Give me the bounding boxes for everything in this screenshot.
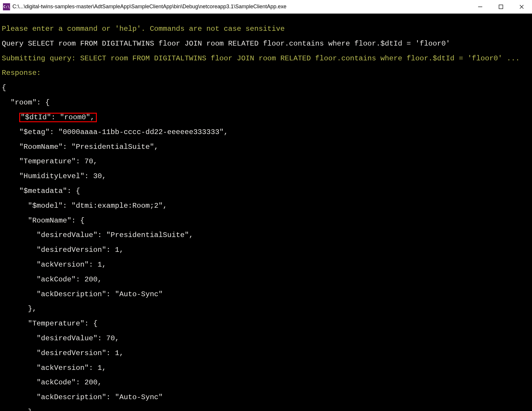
app-icon: C:\	[3, 3, 10, 10]
json-line: "$model": "dtmi:example:Room;2",	[0, 201, 532, 211]
close-button[interactable]	[511, 0, 532, 13]
json-line: "ackVersion": 1,	[0, 260, 532, 270]
json-line: "ackVersion": 1,	[0, 363, 532, 373]
json-line: "ackCode": 200,	[0, 378, 532, 387]
svg-rect-1	[499, 5, 503, 9]
window-controls	[470, 0, 532, 13]
maximize-button[interactable]	[491, 0, 511, 13]
highlight-box: "$dtId": "room0",	[19, 113, 97, 122]
json-line: "ackCode": 200,	[0, 275, 532, 284]
json-line: {	[0, 83, 532, 93]
json-line: "$etag": "0000aaaa-11bb-cccc-dd22-eeeeee…	[0, 128, 532, 137]
json-line: },	[0, 407, 532, 411]
json-line: "HumidityLevel": 30,	[0, 172, 532, 181]
json-line: },	[0, 304, 532, 314]
json-line: "Temperature": {	[0, 319, 532, 328]
window-titlebar: C:\ C:\...\digital-twins-samples-master\…	[0, 0, 532, 14]
json-line: "desiredVersion": 1,	[0, 245, 532, 255]
json-line: "desiredVersion": 1,	[0, 349, 532, 358]
json-line: "ackDescription": "Auto-Sync"	[0, 393, 532, 402]
json-line: "RoomName": "PresidentialSuite",	[0, 142, 532, 152]
json-line: "ackDescription": "Auto-Sync"	[0, 290, 532, 299]
json-line: "desiredValue": "PresidentialSuite",	[0, 231, 532, 240]
prompt-help-line: Please enter a command or 'help'. Comman…	[0, 24, 532, 34]
minimize-button[interactable]	[470, 0, 491, 13]
window-title: C:\...\digital-twins-samples-master\AdtS…	[12, 4, 470, 10]
submitting-line: Submitting query: SELECT room FROM DIGIT…	[0, 54, 532, 63]
response-label: Response:	[0, 68, 532, 78]
query-echo-line: Query SELECT room FROM DIGITALTWINS floo…	[0, 39, 532, 49]
json-line: "Temperature": 70,	[0, 157, 532, 166]
terminal-output[interactable]: Please enter a command or 'help'. Comman…	[0, 14, 532, 411]
json-line: "room": {	[0, 98, 532, 107]
json-line: "$metadata": {	[0, 186, 532, 196]
json-line-highlight: "$dtId": "room0",	[0, 113, 532, 122]
json-line: "desiredValue": 70,	[0, 334, 532, 343]
json-line: "RoomName": {	[0, 216, 532, 225]
